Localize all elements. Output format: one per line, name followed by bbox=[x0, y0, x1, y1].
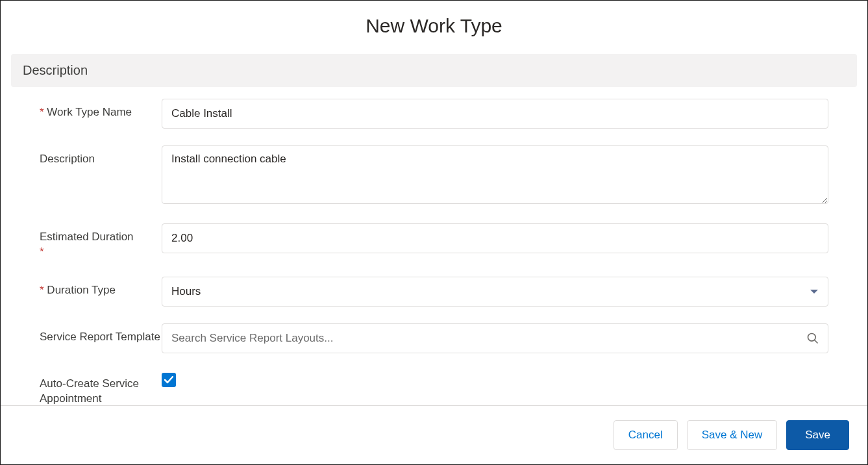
chevron-down-icon bbox=[810, 288, 819, 295]
modal-scroll-area[interactable]: New Work Type Description * Work Type Na… bbox=[1, 1, 867, 405]
page-title: New Work Type bbox=[1, 1, 867, 54]
required-marker: * bbox=[40, 284, 44, 296]
field-description: Description bbox=[40, 145, 828, 207]
textarea-description[interactable] bbox=[162, 145, 828, 204]
label-work-type-name: * Work Type Name bbox=[40, 99, 162, 120]
label-estimated-duration: Estimated Duration * bbox=[40, 223, 162, 260]
cancel-button[interactable]: Cancel bbox=[614, 420, 678, 450]
field-duration-type: * Duration Type Hours bbox=[40, 277, 828, 307]
label-text: Work Type Name bbox=[47, 106, 132, 118]
modal-footer: Cancel Save & New Save bbox=[1, 405, 867, 464]
label-text: Description bbox=[40, 153, 95, 165]
save-and-new-button[interactable]: Save & New bbox=[687, 420, 778, 450]
label-auto-create-service-appointment: Auto-Create Service Appointment bbox=[40, 370, 162, 405]
svg-point-0 bbox=[808, 333, 816, 341]
svg-line-1 bbox=[815, 340, 818, 343]
label-duration-type: * Duration Type bbox=[40, 277, 162, 298]
label-text: Service Report Template bbox=[40, 331, 160, 343]
search-icon bbox=[806, 332, 819, 345]
select-duration-type[interactable]: Hours bbox=[162, 277, 828, 307]
select-value: Hours bbox=[171, 285, 201, 298]
save-button[interactable]: Save bbox=[786, 420, 849, 450]
label-text: Duration Type bbox=[47, 284, 116, 296]
field-work-type-name: * Work Type Name bbox=[40, 99, 828, 129]
required-marker: * bbox=[40, 245, 44, 258]
field-auto-create-service-appointment: Auto-Create Service Appointment bbox=[40, 370, 828, 405]
label-service-report-template: Service Report Template bbox=[40, 323, 162, 345]
form-body: * Work Type Name Description Estimated D… bbox=[1, 87, 867, 405]
lookup-service-report-template[interactable] bbox=[162, 323, 828, 353]
label-description: Description bbox=[40, 145, 162, 167]
input-estimated-duration[interactable] bbox=[162, 223, 828, 253]
field-service-report-template: Service Report Template bbox=[40, 323, 828, 353]
section-header-description: Description bbox=[11, 54, 857, 87]
label-text: Estimated Duration bbox=[40, 231, 134, 243]
required-marker: * bbox=[40, 106, 44, 118]
input-work-type-name[interactable] bbox=[162, 99, 828, 129]
label-text: Auto-Create Service Appointment bbox=[40, 377, 139, 405]
checkbox-auto-create-service-appointment[interactable] bbox=[162, 373, 176, 387]
field-estimated-duration: Estimated Duration * bbox=[40, 223, 828, 260]
